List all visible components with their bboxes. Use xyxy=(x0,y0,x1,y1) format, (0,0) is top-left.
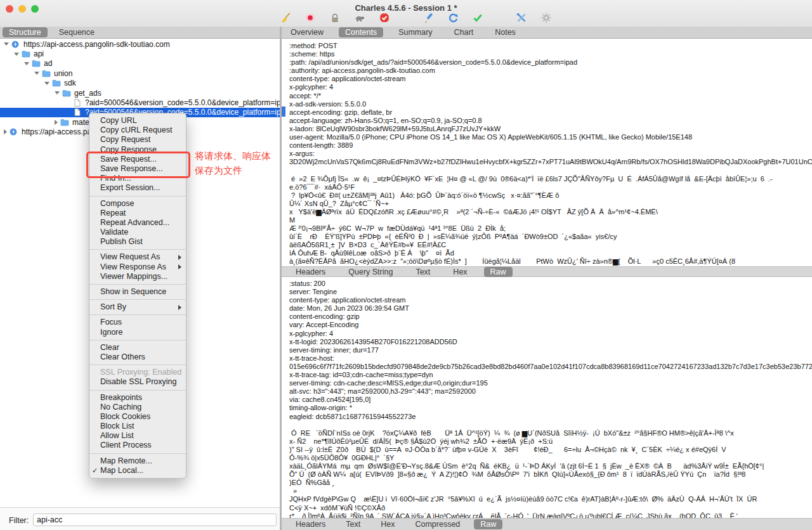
check-icon[interactable] xyxy=(472,12,483,23)
tab-query-string[interactable]: Query String xyxy=(342,267,399,277)
response-raw-view[interactable]: :status: 200server: Tenginecontent-type:… xyxy=(282,277,812,518)
tree-row-label: https://api-access.pangolin-sdk-toutiao.… xyxy=(23,40,170,49)
broom-icon[interactable] xyxy=(280,12,291,23)
disclosure-collapsed-icon[interactable] xyxy=(4,129,7,134)
menu-item-view-request-as[interactable]: View Request As xyxy=(89,252,186,262)
menu-item-copy-curl-request[interactable]: Copy cURL Request xyxy=(89,126,186,135)
menu-item-block-cookies[interactable]: Block Cookies xyxy=(89,412,186,422)
raw-line: x-argus: xyxy=(289,150,812,158)
host-icon xyxy=(11,41,20,48)
menu-item-show-in-sequence[interactable]: Show in Sequence xyxy=(89,287,186,297)
tree-row[interactable]: https://api-access.pangolin-sdk-toutiao.… xyxy=(0,39,280,49)
menu-item-clear-others[interactable]: Clear Others xyxy=(89,352,186,362)
menu-separator xyxy=(89,284,186,285)
record-icon[interactable] xyxy=(304,12,316,23)
menu-item-sort-by[interactable]: Sort By xyxy=(89,302,186,312)
gear-icon[interactable] xyxy=(540,12,552,23)
menu-item-viewer-mappings[interactable]: Viewer Mappings... xyxy=(89,272,186,281)
menu-item-save-response[interactable]: Save Response... xyxy=(89,164,186,174)
tree-row[interactable]: ?aid=5000546&version_code=5.5.0.0&device… xyxy=(0,98,280,107)
menu-item-find-in[interactable]: Find In... xyxy=(89,174,186,183)
menu-item-breakpoints[interactable]: Breakpoints xyxy=(89,393,186,403)
menu-item-client-process[interactable]: Client Process xyxy=(89,441,186,450)
tab-overview[interactable]: Overview xyxy=(284,27,330,37)
tab-text[interactable]: Text xyxy=(339,519,367,529)
raw-line: server-timing: cdn-cache;desc=MISS,edge;… xyxy=(289,379,812,387)
menu-item-clear[interactable]: Clear xyxy=(89,343,186,352)
tree-row[interactable]: api xyxy=(0,49,280,58)
context-menu: Copy URLCopy cURL RequestCopy RequestCop… xyxy=(89,113,187,479)
disclosure-expanded-icon[interactable] xyxy=(55,91,60,94)
tab-hex[interactable]: Hex xyxy=(374,519,401,529)
menu-item-validate[interactable]: Validate xyxy=(89,228,186,237)
raw-line: x-ad-sdk-version: 5.5.0.0 xyxy=(289,100,812,108)
menu-separator xyxy=(89,453,186,454)
tab-contents[interactable]: Contents xyxy=(339,27,383,37)
disclosure-expanded-icon[interactable] xyxy=(44,82,49,85)
breakpoint-icon[interactable] xyxy=(379,12,390,23)
tools-icon[interactable] xyxy=(516,12,527,23)
pencil-icon[interactable] xyxy=(422,12,434,23)
tab-structure[interactable]: Structure xyxy=(3,27,48,37)
repeat-icon[interactable] xyxy=(447,12,459,23)
raw-line: :method: POST xyxy=(289,42,812,50)
menu-item-no-caching[interactable]: No Caching xyxy=(89,403,186,412)
tab-summary[interactable]: Summary xyxy=(392,27,438,37)
menu-item-copy-request[interactable]: Copy Request xyxy=(89,135,186,145)
tab-raw[interactable]: Raw xyxy=(474,519,502,529)
menu-item-view-response-as[interactable]: View Response As xyxy=(89,262,186,272)
tree-row[interactable]: union xyxy=(0,68,280,78)
filter-input[interactable] xyxy=(33,514,277,526)
tab-text[interactable]: Text xyxy=(409,267,436,277)
raw-line: content-encoding: gzip xyxy=(289,313,812,321)
raw-line: äëßAÔ5ßR1¸± ]V B×D3 c_`ÀêÝË#b«¥ EË#!Â£C xyxy=(289,241,812,249)
raw-line: accept-encoding: gzip, deflate, br xyxy=(289,108,812,117)
menu-item-map-local[interactable]: Map Local...✓ xyxy=(89,466,186,475)
checkmark-icon: ✓ xyxy=(92,466,98,475)
raw-line: à¸(ã¤êÑ?ÈÅPå ãHO¿<èýdZA>>:z "»;óö\Døºµ§ò… xyxy=(289,257,812,266)
tab-chart[interactable]: Chart xyxy=(448,27,480,37)
tree-row[interactable]: sdk xyxy=(0,79,280,88)
raw-line: Ó RE ¨öÑDÍ¨nISs oè 0rjK ?öxÇ¼A¥ð fèB Üª … xyxy=(289,429,812,437)
tab-headers[interactable]: Headers xyxy=(289,519,332,529)
menu-item-compose[interactable]: Compose xyxy=(89,199,186,209)
menu-item-copy-response[interactable]: Copy Response xyxy=(89,145,186,155)
window-title: Charles 4.5.6 - Session 1 * xyxy=(0,3,812,13)
menu-item-publish-gist[interactable]: Publish Gist xyxy=(89,237,186,247)
menu-item-repeat-advanced[interactable]: Repeat Advanced... xyxy=(89,218,186,228)
raw-line: x-tt-logid: 20230626143954B270F016221208… xyxy=(289,338,812,346)
tab-headers[interactable]: Headers xyxy=(289,267,332,277)
menu-item-copy-url[interactable]: Copy URL xyxy=(89,116,186,126)
menu-item-repeat[interactable]: Repeat xyxy=(89,209,186,218)
folder-icon xyxy=(32,60,41,67)
menu-item-disable-ssl-proxying[interactable]: Disable SSL Proxying xyxy=(89,377,186,387)
menu-item-allow-list[interactable]: Allow List xyxy=(89,431,186,441)
disclosure-expanded-icon[interactable] xyxy=(4,42,9,46)
turtle-icon[interactable] xyxy=(354,12,365,23)
tab-raw[interactable]: Raw xyxy=(484,267,513,277)
menu-item-focus[interactable]: Focus xyxy=(89,318,186,327)
menu-item-block-list[interactable]: Block List xyxy=(89,422,186,431)
raw-line: Ô-%¾ ö|x5ÜÔ8Ô¥ 0GĐHL|° ´§Y xyxy=(289,454,812,462)
left-tabs: StructureSequence xyxy=(3,27,101,38)
disclosure-collapsed-icon[interactable] xyxy=(55,120,58,125)
tab-compressed[interactable]: Compressed xyxy=(409,519,466,529)
disclosure-expanded-icon[interactable] xyxy=(14,53,19,56)
menu-item-map-remote[interactable]: Map Remote... xyxy=(89,456,186,466)
lock-icon[interactable] xyxy=(329,12,341,23)
raw-line: content-type: application/octet-stream xyxy=(289,75,812,83)
menu-item-ignore[interactable]: Ignore xyxy=(89,328,186,337)
tree-row[interactable]: get_ads xyxy=(0,88,280,98)
menu-item-export-session[interactable]: Export Session... xyxy=(89,183,186,193)
folder-icon xyxy=(60,119,69,126)
tab-notes[interactable]: Notes xyxy=(488,27,522,37)
tab-hex[interactable]: Hex xyxy=(447,267,473,277)
tab-sequence[interactable]: Sequence xyxy=(53,27,101,37)
toolbar xyxy=(280,12,552,23)
request-raw-view[interactable]: :method: POST:scheme: https:path: /api/a… xyxy=(282,39,812,266)
raw-line: e.ö?6¯¯#· xáÄÔ·5¹F xyxy=(289,183,812,191)
menu-item-save-request[interactable]: Save Request... xyxy=(89,155,186,164)
disclosure-expanded-icon[interactable] xyxy=(24,62,29,65)
disclosure-expanded-icon[interactable] xyxy=(34,72,39,75)
tree-row[interactable]: ad xyxy=(0,59,280,68)
